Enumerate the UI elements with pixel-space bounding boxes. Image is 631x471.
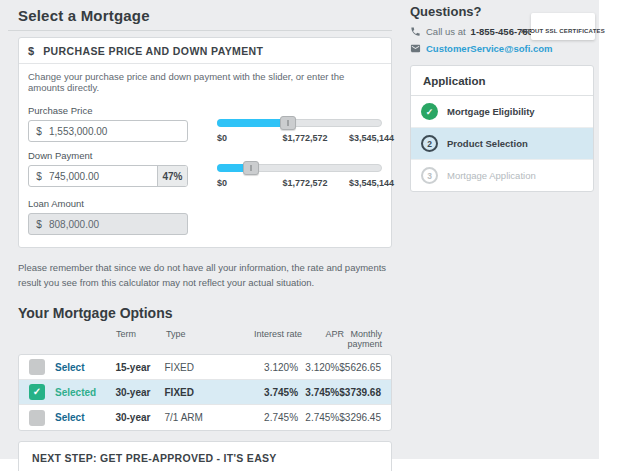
- slider-labels: $0 $1,772,572 $3,545,144: [217, 178, 382, 189]
- options-table: Select 15-year FIXED 3.120% 3.120% $5626…: [18, 354, 392, 431]
- slider-labels: $0 $1,772,572 $3,545,144: [217, 133, 382, 144]
- slider-max-label: $3,545,144: [349, 133, 394, 143]
- purchase-price-input[interactable]: [49, 121, 187, 141]
- application-title: Application: [411, 66, 593, 96]
- type-cell: FIXED: [165, 387, 238, 398]
- purchase-price-slider[interactable]: $0 $1,772,572 $3,545,144: [217, 119, 382, 144]
- apr-cell: 2.745%: [298, 412, 339, 423]
- monthly-cell: $3739.68: [339, 387, 381, 398]
- select-link[interactable]: Select: [55, 412, 84, 423]
- apr-cell: 3.745%: [298, 387, 339, 398]
- selected-link[interactable]: Selected: [55, 387, 96, 398]
- purchase-panel-body: Change your purchase price and down paym…: [19, 64, 391, 247]
- step-label: Product Selection: [447, 138, 528, 149]
- call-prefix: Call us at: [426, 26, 466, 37]
- term-cell: 30-year: [115, 412, 164, 423]
- slider-min-label: $0: [217, 178, 227, 188]
- loan-amount-input: [49, 214, 187, 234]
- envelope-icon: [410, 43, 421, 54]
- type-cell: 7/1 ARM: [165, 412, 238, 423]
- slider-mid-label: $1,772,572: [282, 133, 327, 143]
- term-cell: 30-year: [115, 387, 164, 398]
- dollar-icon: $: [28, 45, 34, 57]
- interest-cell: 3.745%: [237, 387, 298, 398]
- purchase-panel-title: PURCHASE PRICE AND DOWN PAYMENT: [43, 45, 263, 57]
- down-payment-input-group: $ 47%: [28, 165, 188, 187]
- type-cell: FIXED: [165, 362, 238, 373]
- down-payment-row: Down Payment $ 47%: [28, 144, 382, 189]
- monthly-cell: $5626.65: [339, 362, 381, 373]
- email-link[interactable]: CustomerService@sofi.com: [426, 43, 552, 54]
- loan-amount-label: Loan Amount: [28, 198, 190, 209]
- ssl-badge-label: ABOUT SSL CERTIFICATES: [521, 28, 605, 34]
- page-title-wrap: Select a Mortgage: [8, 4, 392, 31]
- header-monthly-payment: Monthly payment: [344, 329, 382, 349]
- interest-cell: 2.745%: [237, 412, 298, 423]
- step-mortgage-eligibility[interactable]: ✓ Mortgage Eligibility: [411, 96, 593, 128]
- step-label: Mortgage Eligibility: [447, 106, 535, 117]
- next-step-title: NEXT STEP: GET PRE-APPROVED - IT'S EASY: [32, 452, 378, 464]
- step-number-icon: 3: [421, 167, 438, 184]
- down-payment-slider[interactable]: $0 $1,772,572 $3,545,144: [217, 164, 382, 189]
- header-apr: APR: [302, 329, 344, 349]
- calculator-disclaimer: Please remember that since we do not hav…: [18, 261, 390, 290]
- step-number-icon: 2: [421, 135, 438, 152]
- loan-amount-input-group: $: [28, 213, 188, 235]
- purchase-price-input-group: $: [28, 120, 188, 142]
- slider-fill: [217, 164, 251, 172]
- table-row-30yr-arm[interactable]: Select 30-year 7/1 ARM 2.745% 2.745% $32…: [19, 405, 391, 430]
- header-term: Term: [116, 329, 166, 349]
- slider-track[interactable]: [217, 119, 382, 127]
- main-column: Select a Mortgage $ PURCHASE PRICE AND D…: [8, 4, 392, 471]
- checkbox-unchecked[interactable]: [29, 359, 45, 375]
- next-step-panel: NEXT STEP: GET PRE-APPROVED - IT'S EASY …: [18, 441, 392, 471]
- options-title: Your Mortgage Options: [18, 305, 392, 321]
- loan-amount-row: Loan Amount $: [28, 192, 382, 235]
- page-title: Select a Mortgage: [18, 7, 382, 24]
- step-product-selection[interactable]: 2 Product Selection: [411, 128, 593, 160]
- checkbox-checked[interactable]: ✓: [29, 384, 45, 400]
- down-payment-percent: 47%: [157, 166, 187, 186]
- step-complete-check-icon: ✓: [421, 103, 438, 120]
- slider-handle[interactable]: [280, 116, 296, 130]
- down-payment-label: Down Payment: [28, 150, 190, 161]
- header-type: Type: [166, 329, 240, 349]
- currency-prefix: $: [29, 166, 49, 186]
- phone-icon: [410, 26, 421, 37]
- purchase-price-label: Purchase Price: [28, 105, 190, 116]
- purchase-panel-header: $ PURCHASE PRICE AND DOWN PAYMENT: [19, 38, 391, 64]
- checkbox-unchecked[interactable]: [29, 410, 45, 426]
- term-cell: 15-year: [115, 362, 164, 373]
- calculator-description: Change your purchase price and down paym…: [28, 71, 382, 93]
- ssl-certificates-badge[interactable]: ABOUT SSL CERTIFICATES: [531, 13, 595, 40]
- select-link[interactable]: Select: [55, 362, 84, 373]
- slider-handle[interactable]: [243, 161, 259, 175]
- slider-track[interactable]: [217, 164, 382, 172]
- options-table-header: Term Type Interest rate APR Monthly paym…: [18, 329, 392, 354]
- slider-fill: [217, 119, 288, 127]
- purchase-panel: $ PURCHASE PRICE AND DOWN PAYMENT Change…: [18, 37, 392, 248]
- check-icon: ✓: [33, 387, 41, 397]
- currency-prefix: $: [29, 214, 49, 234]
- mortgage-page: Select a Mortgage $ PURCHASE PRICE AND D…: [0, 0, 631, 471]
- down-payment-input[interactable]: [49, 166, 157, 186]
- interest-cell: 3.120%: [237, 362, 298, 373]
- application-panel: Application ✓ Mortgage Eligibility 2 Pro…: [410, 65, 594, 192]
- table-row-30yr-fixed-selected[interactable]: ✓ Selected 30-year FIXED 3.745% 3.745% $…: [19, 380, 391, 405]
- step-mortgage-application[interactable]: 3 Mortgage Application: [411, 160, 593, 191]
- email-row: CustomerService@sofi.com: [410, 43, 594, 54]
- header-interest-rate: Interest rate: [240, 329, 302, 349]
- currency-prefix: $: [29, 121, 49, 141]
- slider-min-label: $0: [217, 133, 227, 143]
- apr-cell: 3.120%: [298, 362, 339, 373]
- step-label: Mortgage Application: [447, 170, 536, 181]
- slider-mid-label: $1,772,572: [282, 178, 327, 188]
- purchase-price-row: Purchase Price $: [28, 99, 382, 144]
- monthly-cell: $3296.45: [339, 412, 381, 423]
- slider-max-label: $3,545,144: [349, 178, 394, 188]
- table-row-15yr-fixed[interactable]: Select 15-year FIXED 3.120% 3.120% $5626…: [19, 355, 391, 380]
